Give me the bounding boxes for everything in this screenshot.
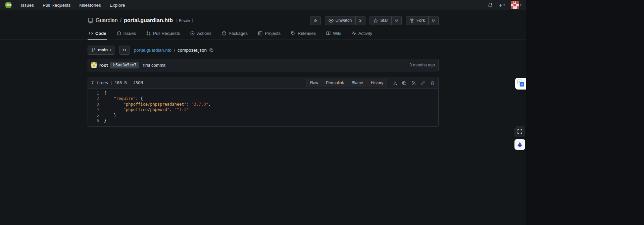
commit-hash-link[interactable]: b5ae8a5ee7: [110, 62, 139, 68]
line-number[interactable]: 5: [88, 113, 104, 118]
breadcrumb-file-name: composer.json: [178, 48, 207, 53]
translate-float-button[interactable]: a A: [515, 78, 526, 90]
file-action-icons: [392, 80, 435, 86]
download-icon[interactable]: [392, 80, 397, 86]
extension-icon: [516, 141, 523, 149]
line-number[interactable]: 1: [88, 91, 104, 96]
meta-divider: [130, 81, 130, 85]
watch-button-group: Unwatch 3: [325, 16, 366, 25]
line-number[interactable]: 3: [88, 102, 104, 107]
delete-trash-icon[interactable]: [430, 80, 435, 86]
tab-releases-label: Releases: [298, 31, 316, 36]
tab-activity-label: Activity: [358, 31, 372, 36]
nav-item-milestones[interactable]: Milestones: [79, 3, 101, 8]
tab-pull-requests-label: Pull Requests: [153, 31, 180, 36]
line-number[interactable]: 6: [88, 118, 104, 123]
chevron-down-icon: ▾: [503, 3, 505, 7]
unwatch-label: Unwatch: [336, 18, 352, 23]
watchers-count-button[interactable]: 3: [355, 16, 365, 25]
edit-pencil-icon[interactable]: [420, 80, 426, 86]
extension-float-button[interactable]: [514, 139, 525, 150]
code-line: 4 "phpoffice/phpword": "^1.3": [88, 107, 438, 112]
fullscreen-icon: [517, 129, 523, 135]
line-content: }: [104, 113, 116, 118]
permalink-button[interactable]: Permalink: [322, 79, 348, 87]
forks-count-button[interactable]: 0: [429, 16, 439, 25]
file-size: 108 B: [115, 80, 127, 85]
tab-actions[interactable]: Actions: [189, 30, 212, 40]
repo-name-link[interactable]: portal.guardian.htb: [124, 17, 173, 23]
breadcrumb-repo-link[interactable]: portal.guardian.htb: [134, 48, 172, 53]
tab-pull-requests[interactable]: Pull Requests: [145, 30, 181, 40]
commit-author-name[interactable]: root: [99, 63, 108, 68]
breadcrumb: portal.guardian.htb / composer.json: [134, 48, 214, 53]
code-line: 2 "require": {: [88, 96, 438, 101]
translate-icon: a A: [517, 79, 525, 88]
repo-actions: Unwatch 3 Star 0: [310, 16, 439, 25]
tab-projects[interactable]: Projects: [257, 30, 281, 40]
file-view-buttons: Raw Permalink Blame History: [306, 79, 387, 87]
repo-owner-link[interactable]: Guardian: [96, 17, 118, 23]
fork-button[interactable]: Fork: [406, 16, 429, 25]
nav-item-explore[interactable]: Explore: [110, 3, 125, 8]
navbar-left: Issues Pull Requests Milestones Explore: [5, 1, 125, 9]
chevron-down-icon: ▾: [110, 48, 111, 52]
commit-message[interactable]: first commit: [143, 63, 165, 68]
file-header: 7 lines 108 B JSON Raw Permalink Blame H…: [88, 77, 438, 89]
repo-title: Guardian / portal.guardian.htb Private: [88, 17, 193, 23]
history-button[interactable]: History: [367, 79, 387, 87]
compare-icon: [122, 48, 127, 52]
user-menu-button[interactable]: ▾: [511, 1, 522, 9]
tab-code-label: Code: [95, 31, 106, 36]
rss-icon[interactable]: [411, 80, 416, 86]
tab-code[interactable]: Code: [88, 30, 107, 40]
repo-header-section: Guardian / portal.guardian.htb Private: [0, 10, 526, 40]
private-badge: Private: [177, 18, 193, 23]
fork-label: Fork: [416, 18, 425, 23]
rss-feed-button[interactable]: [310, 16, 321, 25]
line-number[interactable]: 2: [88, 96, 104, 101]
file-viewer: 7 lines 108 B JSON Raw Permalink Blame H…: [88, 77, 439, 127]
repo-tabs: Code Issues Pull Requests Actions: [88, 30, 439, 40]
meta-divider: [111, 81, 112, 85]
svg-text:A: A: [521, 83, 523, 86]
line-content: {: [104, 91, 106, 96]
nav-item-pull-requests[interactable]: Pull Requests: [43, 3, 70, 8]
star-button[interactable]: Star: [369, 16, 392, 25]
commit-author-avatar[interactable]: [91, 62, 97, 68]
tab-packages[interactable]: Packages: [221, 30, 248, 40]
fork-button-group: Fork 0: [406, 16, 439, 25]
compare-button[interactable]: [119, 46, 130, 55]
tab-issues-label: Issues: [123, 31, 136, 36]
star-icon: [373, 18, 378, 23]
file-nav-row: main ▾ portal.guardian.htb / composer.js…: [88, 45, 439, 55]
copy-path-icon[interactable]: [209, 48, 214, 52]
create-new-button[interactable]: + ▾: [499, 2, 505, 8]
breadcrumb-separator: /: [174, 48, 175, 53]
fullscreen-float-button[interactable]: [514, 126, 525, 137]
file-meta: 7 lines 108 B JSON: [91, 80, 143, 85]
branch-selector-button[interactable]: main ▾: [88, 46, 115, 55]
browser-viewport: Issues Pull Requests Milestones Explore …: [0, 0, 526, 225]
unwatch-button[interactable]: Unwatch: [325, 16, 356, 25]
tab-wiki[interactable]: Wiki: [325, 30, 342, 40]
tab-issues[interactable]: Issues: [116, 30, 137, 40]
gitea-logo-icon[interactable]: [5, 1, 12, 9]
commit-age: 3 months ago: [409, 63, 435, 67]
nav-item-issues[interactable]: Issues: [21, 3, 34, 8]
rss-icon: [313, 18, 318, 23]
code-lines: 1{2 "require": {3 "phpoffice/phpspreadsh…: [88, 91, 438, 123]
raw-button[interactable]: Raw: [306, 79, 322, 87]
tab-releases[interactable]: Releases: [290, 30, 316, 40]
stars-count-button[interactable]: 0: [392, 16, 402, 25]
notifications-bell-icon[interactable]: [488, 2, 493, 8]
copy-file-icon[interactable]: [402, 80, 407, 86]
line-number[interactable]: 4: [88, 107, 104, 112]
blame-button[interactable]: Blame: [348, 79, 367, 87]
code-line: 3 "phpoffice/phpspreadsheet": "3.7.0",: [88, 102, 438, 107]
tab-activity[interactable]: Activity: [351, 30, 373, 40]
file-line-count: 7 lines: [91, 80, 108, 85]
navbar-right: + ▾ ▾: [488, 1, 522, 9]
code-line: 5 }: [88, 113, 438, 118]
tab-projects-label: Projects: [265, 31, 281, 36]
